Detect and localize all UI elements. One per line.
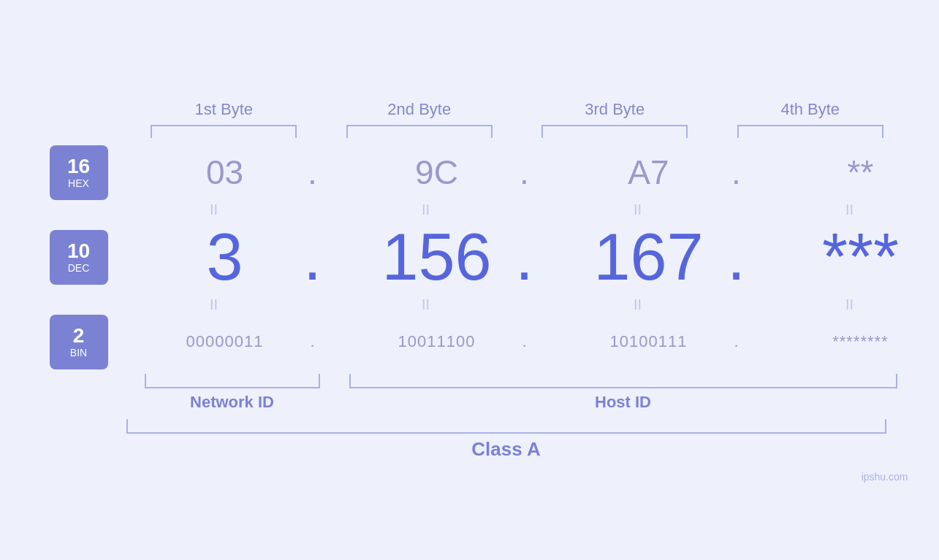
eq2-spacer-3 <box>726 303 762 306</box>
bracket-cell-4 <box>712 125 908 138</box>
hex-val-1: 03 <box>126 153 324 192</box>
eq-2-4: II <box>762 295 938 315</box>
bin-val-4: ******** <box>762 332 940 351</box>
host-id-bracket-group: Host ID <box>338 374 908 412</box>
bin-badge-label: BIN <box>70 347 87 358</box>
hex-dot-3: . <box>726 153 748 192</box>
class-bracket <box>126 419 886 434</box>
host-bracket-bottom <box>349 374 897 388</box>
equals-row-2: II II II II <box>31 295 908 315</box>
eq-1-1: II <box>126 200 302 220</box>
eq-spacer-1 <box>302 208 338 211</box>
byte-label-1: 1st Byte <box>126 100 322 119</box>
top-bracket-1 <box>151 125 297 138</box>
top-brackets-row <box>31 125 908 138</box>
hex-val-4: ** <box>762 153 940 192</box>
byte-label-3: 3rd Byte <box>517 100 713 119</box>
eq2-spacer-1 <box>302 303 338 306</box>
dec-val-2: 156 <box>338 220 536 295</box>
eq-1-2: II <box>338 200 514 220</box>
host-id-label: Host ID <box>595 393 651 412</box>
network-id-label: Network ID <box>190 393 274 412</box>
dec-val-3: 167 <box>550 220 748 295</box>
byte-label-2: 2nd Byte <box>322 100 517 119</box>
bin-val-2: 10011100 <box>338 332 536 351</box>
bin-row: 2 BIN 00000011 . 10011100 . 10100111 . *… <box>31 315 908 369</box>
byte-labels-row: 1st Byte 2nd Byte 3rd Byte 4th Byte <box>31 100 908 119</box>
class-section: Class A <box>31 419 908 461</box>
hex-badge-col: 16 HEX <box>31 145 126 200</box>
dec-val-1: 3 <box>126 220 324 295</box>
eq-1-3: II <box>550 200 726 220</box>
network-id-bracket-group: Network ID <box>126 374 338 412</box>
top-bracket-4 <box>737 125 883 138</box>
hex-badge-label: HEX <box>68 177 89 189</box>
watermark: ipshu.com <box>862 471 908 483</box>
eq-1-4: II <box>762 200 938 220</box>
hex-row: 16 HEX 03 . 9C . A7 . ** <box>31 145 908 200</box>
dec-dot-2: . <box>514 224 536 290</box>
dec-row: 10 DEC 3 . 156 . 167 . *** <box>31 220 908 295</box>
bin-badge-num: 2 <box>73 325 85 348</box>
top-bracket-2 <box>346 125 493 138</box>
hex-dot-2: . <box>514 153 536 192</box>
eq-spacer-2 <box>514 208 550 211</box>
bracket-cell-3 <box>517 125 713 138</box>
hex-badge: 16 HEX <box>50 145 108 200</box>
bin-val-1: 00000011 <box>126 332 324 351</box>
dec-val-4: *** <box>762 220 940 295</box>
dec-dot-3: . <box>726 224 748 290</box>
dec-badge-col: 10 DEC <box>31 230 126 285</box>
dec-badge-label: DEC <box>68 262 90 274</box>
network-bracket-bottom <box>145 374 320 388</box>
eq-2-1: II <box>126 295 302 315</box>
hex-val-2: 9C <box>338 153 536 192</box>
bin-badge-col: 2 BIN <box>31 315 126 369</box>
bracket-cell-1 <box>126 125 322 138</box>
eq-spacer-3 <box>726 208 762 211</box>
bin-dot-1: . <box>302 332 324 351</box>
bracket-cell-2 <box>322 125 517 138</box>
bin-val-3: 10100111 <box>550 332 748 351</box>
hex-val-3: A7 <box>550 153 748 192</box>
dec-badge-num: 10 <box>67 240 90 263</box>
hex-dot-1: . <box>302 153 324 192</box>
eq-2-2: II <box>338 295 514 315</box>
equals-row-1: II II II II <box>31 200 908 220</box>
dec-dot-1: . <box>302 224 324 290</box>
network-host-section: Network ID Host ID <box>31 374 908 412</box>
bin-dot-3: . <box>726 332 748 351</box>
eq-2-3: II <box>550 295 726 315</box>
bin-badge: 2 BIN <box>50 315 108 369</box>
class-label: Class A <box>126 438 886 461</box>
top-bracket-3 <box>541 125 688 138</box>
dec-badge: 10 DEC <box>50 230 108 285</box>
byte-label-4: 4th Byte <box>712 100 908 119</box>
hex-badge-num: 16 <box>67 156 90 178</box>
bin-dot-2: . <box>514 332 536 351</box>
eq2-spacer-2 <box>514 303 550 306</box>
